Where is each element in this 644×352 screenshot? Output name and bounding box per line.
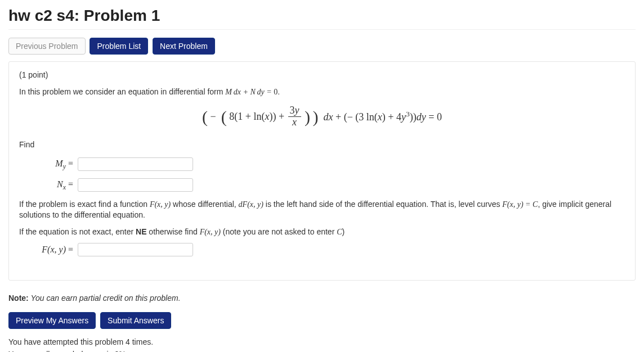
- partial-credit-note: Note: You can earn partial credit on thi…: [8, 293, 636, 304]
- submit-row: Preview My Answers Submit Answers: [8, 312, 636, 329]
- problem-nav: Previous Problem Problem List Next Probl…: [8, 38, 636, 55]
- page-title: hw c2 s4: Problem 1: [8, 4, 636, 30]
- preview-answers-button[interactable]: Preview My Answers: [8, 312, 96, 329]
- problem-intro: In this problem we consider an equation …: [19, 87, 625, 98]
- answer-row-my: My =: [34, 157, 625, 172]
- fxy-label: F(x, y) =: [34, 243, 73, 256]
- answer-row-nx: Nx =: [34, 178, 625, 192]
- fxy-input[interactable]: [78, 243, 193, 256]
- intro-text-prefix: In this problem we consider an equation …: [19, 87, 225, 96]
- intro-text-suffix: .: [278, 87, 280, 96]
- exact-explanation-2: If the equation is not exact, enter NE o…: [19, 227, 625, 238]
- intro-equation: M dx + N dy = 0: [225, 88, 278, 96]
- attempts-count: You have attempted this problem 4 times.: [8, 337, 636, 348]
- point-value: (1 point): [19, 70, 625, 81]
- nx-input[interactable]: [78, 178, 193, 192]
- problem-list-button[interactable]: Problem List: [90, 38, 148, 55]
- display-equation: ( − ( 8(1 + ln(x)) + 3yx ) ) dx + (− (3 …: [19, 105, 625, 128]
- recorded-score: Your overall recorded score is 0%.: [8, 349, 636, 353]
- nx-label: Nx =: [34, 178, 73, 192]
- problem-container: (1 point) In this problem we consider an…: [8, 61, 636, 281]
- find-label: Find: [19, 139, 625, 151]
- previous-problem-button[interactable]: Previous Problem: [8, 38, 86, 55]
- next-problem-button[interactable]: Next Problem: [153, 38, 215, 55]
- my-label: My =: [34, 157, 73, 172]
- my-input[interactable]: [78, 157, 193, 171]
- answer-row-fxy: F(x, y) =: [34, 243, 625, 256]
- exact-explanation-1: If the problem is exact find a function …: [19, 199, 625, 221]
- attempt-status: You have attempted this problem 4 times.…: [8, 337, 636, 352]
- submit-answers-button[interactable]: Submit Answers: [100, 312, 171, 329]
